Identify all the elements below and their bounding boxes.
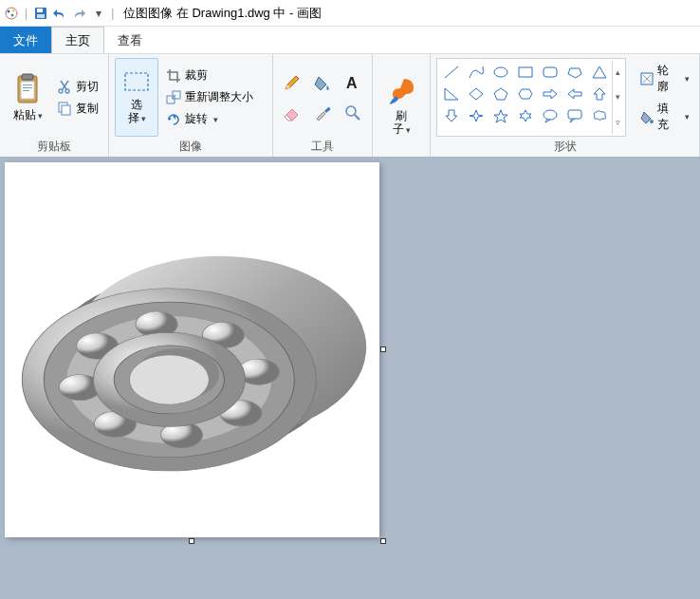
svg-point-21 — [346, 106, 356, 116]
group-image: 选 择▾ 裁剪 重新调整大小 旋转▾ 图像 — [109, 54, 273, 157]
text-tool[interactable]: A — [340, 69, 366, 96]
chevron-down-icon: ▾ — [406, 125, 411, 135]
shape-callout-cloud[interactable] — [589, 106, 610, 125]
picker-tool[interactable] — [309, 100, 336, 126]
svg-rect-6 — [37, 14, 45, 18]
shape-star6[interactable] — [515, 106, 536, 125]
qat-dropdown-icon[interactable]: ▾ — [92, 7, 105, 20]
fill-tool[interactable] — [309, 69, 336, 96]
chevron-down-icon: ▾ — [685, 74, 690, 84]
fill-button[interactable]: 填充▾ — [636, 99, 693, 135]
fill-label: 填充 — [657, 101, 679, 133]
resize-button[interactable]: 重新调整大小 — [162, 87, 267, 107]
crop-button[interactable]: 裁剪 — [162, 66, 267, 85]
undo-icon[interactable] — [52, 6, 67, 21]
zoom-tool[interactable] — [340, 100, 366, 126]
group-tools-label: 工具 — [279, 137, 366, 155]
canvas[interactable] — [5, 162, 379, 537]
cut-button[interactable]: 剪切 — [53, 77, 102, 97]
paste-label: 粘贴 — [13, 108, 36, 122]
group-brush: 刷 子▾ — [373, 54, 431, 157]
svg-point-13 — [59, 89, 63, 93]
svg-point-25 — [543, 110, 557, 120]
resize-handle[interactable] — [380, 538, 386, 544]
cut-label: 剪切 — [76, 79, 99, 95]
canvas-area[interactable] — [0, 158, 700, 599]
shape-arrow-down[interactable] — [441, 106, 462, 125]
svg-rect-10 — [23, 84, 32, 85]
rotate-label: 旋转 — [185, 111, 208, 127]
shapes-more-icon[interactable]: ▿ — [615, 117, 621, 128]
shape-callout-rect[interactable] — [564, 106, 585, 125]
group-clipboard-label: 剪贴板 — [6, 137, 102, 155]
crop-label: 裁剪 — [185, 67, 208, 84]
svg-rect-12 — [23, 90, 29, 91]
shapes-row-up-icon[interactable]: ▴ — [615, 66, 621, 78]
chevron-down-icon: ▾ — [38, 111, 43, 121]
shape-star4[interactable] — [466, 106, 487, 125]
chevron-down-icon: ▾ — [213, 115, 218, 124]
tab-view[interactable]: 查看 — [104, 27, 156, 53]
eraser-tool[interactable] — [279, 100, 305, 126]
save-icon[interactable] — [33, 6, 48, 21]
svg-rect-26 — [568, 110, 581, 119]
bearing-image — [17, 175, 368, 526]
group-tools: A 工具 — [273, 54, 373, 157]
select-label: 选 择 — [128, 98, 143, 124]
svg-rect-11 — [23, 87, 32, 88]
shape-diamond[interactable] — [466, 84, 487, 103]
redo-icon[interactable] — [71, 6, 86, 21]
resize-handle[interactable] — [189, 538, 194, 544]
paste-button[interactable]: 粘贴▾ — [6, 58, 49, 137]
svg-rect-24 — [543, 67, 557, 77]
shape-oval[interactable] — [490, 63, 511, 82]
chevron-down-icon: ▾ — [141, 114, 146, 123]
shape-arrow-up[interactable] — [589, 84, 610, 103]
tab-file[interactable]: 文件 — [0, 27, 51, 53]
svg-rect-8 — [22, 74, 33, 80]
svg-rect-16 — [62, 105, 70, 115]
shape-roundrect[interactable] — [540, 63, 561, 82]
outline-button[interactable]: 轮廓▾ — [636, 61, 693, 97]
tab-home[interactable]: 主页 — [51, 27, 104, 53]
svg-point-2 — [12, 9, 15, 11]
group-shapes: ▴ ▾ ▿ 轮廓▾ 填充▾ 形状 — [431, 54, 700, 157]
rotate-button[interactable]: 旋转▾ — [162, 109, 267, 129]
shape-arrow-left[interactable] — [564, 84, 585, 103]
svg-point-1 — [8, 9, 10, 12]
shapes-row-down-icon[interactable]: ▾ — [615, 91, 621, 103]
shape-line[interactable] — [441, 63, 462, 82]
shape-star5[interactable] — [490, 106, 511, 125]
shape-hexagon[interactable] — [515, 84, 536, 103]
outline-label: 轮廓 — [657, 63, 679, 95]
svg-rect-19 — [173, 91, 180, 99]
select-button[interactable]: 选 择▾ — [115, 58, 158, 137]
shape-callout-round[interactable] — [540, 106, 561, 125]
shape-arrow-right[interactable] — [540, 84, 561, 103]
svg-rect-17 — [125, 73, 148, 90]
window-title: 位图图像 在 Drawing1.dwg 中 - 画图 — [120, 5, 322, 22]
shape-rect[interactable] — [515, 63, 536, 82]
shape-curve[interactable] — [466, 63, 487, 82]
shape-pentagon[interactable] — [490, 84, 511, 103]
separator: | — [23, 7, 29, 20]
svg-point-3 — [11, 13, 14, 16]
shape-triangle[interactable] — [589, 63, 610, 82]
svg-rect-5 — [37, 9, 43, 12]
svg-point-14 — [65, 89, 69, 93]
svg-point-28 — [650, 120, 654, 123]
pencil-tool[interactable] — [279, 69, 305, 96]
svg-rect-23 — [519, 67, 532, 77]
resize-label: 重新调整大小 — [185, 89, 253, 105]
brush-button[interactable]: 刷 子▾ — [378, 58, 424, 153]
group-shapes-label: 形状 — [436, 137, 693, 155]
svg-point-0 — [6, 8, 17, 19]
shape-rtriangle[interactable] — [441, 84, 462, 103]
shape-polygon[interactable] — [564, 63, 585, 82]
copy-label: 复制 — [76, 101, 99, 117]
brush-label: 刷 子 — [393, 109, 408, 136]
app-icon — [4, 6, 19, 21]
copy-button[interactable]: 复制 — [53, 99, 102, 119]
shapes-gallery[interactable] — [439, 61, 612, 134]
resize-handle[interactable] — [380, 346, 386, 352]
